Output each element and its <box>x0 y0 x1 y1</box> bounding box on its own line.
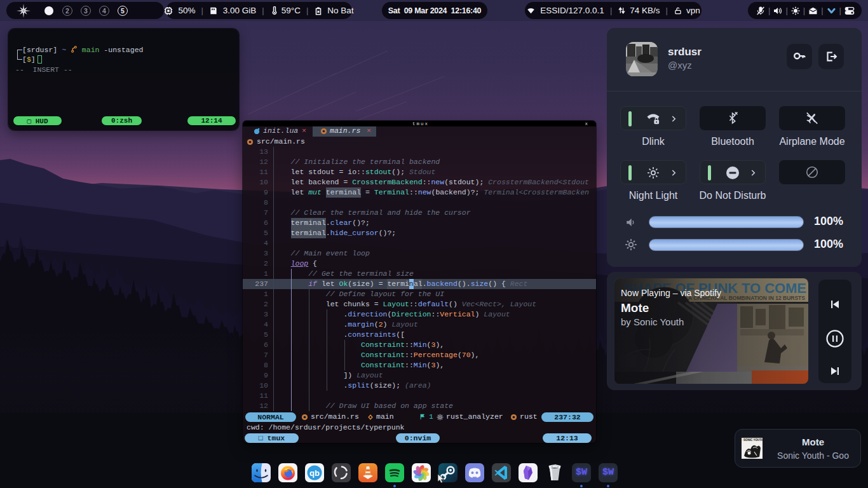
svg-text:SONIC YOUTH: SONIC YOUTH <box>743 438 763 442</box>
svg-text:qb: qb <box>309 468 320 478</box>
